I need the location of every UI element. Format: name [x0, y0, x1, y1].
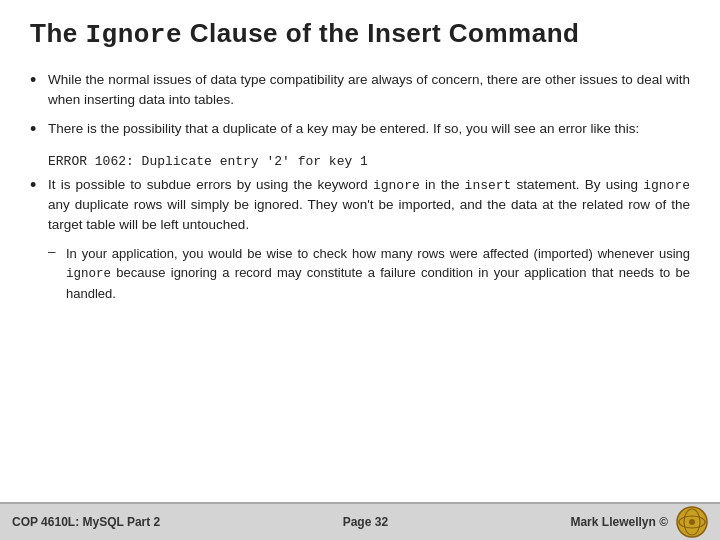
bullet-2: • There is the possibility that a duplic…	[30, 119, 690, 140]
bullet-dot-2: •	[30, 119, 48, 140]
bullet-text-2: There is the possibility that a duplicat…	[48, 119, 639, 139]
sub-bullet-1: – In your application, you would be wise…	[48, 244, 690, 304]
logo-icon	[676, 506, 708, 538]
slide-footer: COP 4610L: MySQL Part 2 Page 32 Mark Lle…	[0, 502, 720, 540]
slide: The Ignore Clause of the Insert Command …	[0, 0, 720, 540]
bullet-dot-1: •	[30, 70, 48, 91]
sub-dash: –	[48, 244, 66, 259]
title-mono: Ignore	[85, 20, 182, 50]
sub-bullet-row: – In your application, you would be wise…	[48, 244, 690, 304]
code-block-1: ERROR 1062: Duplicate entry '2' for key …	[48, 152, 690, 171]
bullet-text-3: It is possible to subdue errors by using…	[48, 175, 690, 236]
title-rest: Clause of the Insert Command	[182, 18, 579, 48]
footer-right: Mark Llewellyn ©	[570, 506, 708, 538]
bullet-dot-3: •	[30, 175, 48, 196]
slide-header: The Ignore Clause of the Insert Command	[0, 0, 720, 60]
svg-point-3	[689, 519, 695, 525]
footer-page: Page 32	[343, 515, 388, 529]
bullet-1: • While the normal issues of data type c…	[30, 70, 690, 111]
footer-course: COP 4610L: MySQL Part 2	[12, 515, 160, 529]
sub-text: In your application, you would be wise t…	[66, 244, 690, 304]
slide-content: • While the normal issues of data type c…	[0, 60, 720, 502]
bullet-3: • It is possible to subdue errors by usi…	[30, 175, 690, 236]
title-plain: The	[30, 18, 85, 48]
slide-title: The Ignore Clause of the Insert Command	[30, 18, 690, 50]
bullet-text-1: While the normal issues of data type com…	[48, 70, 690, 111]
footer-author: Mark Llewellyn ©	[570, 515, 668, 529]
